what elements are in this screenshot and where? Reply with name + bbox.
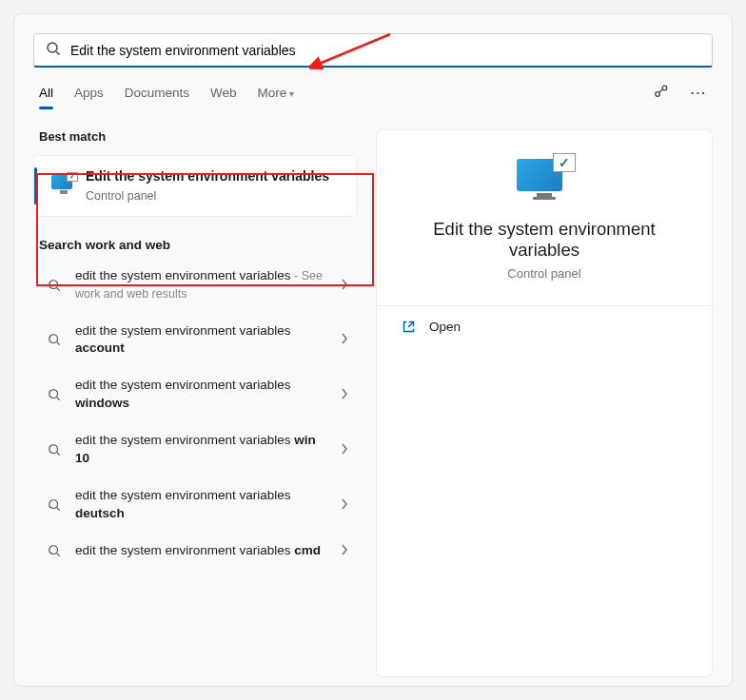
org-search-icon[interactable] [653, 83, 670, 112]
chevron-right-icon [340, 543, 349, 558]
search-icon [46, 41, 61, 59]
svg-point-8 [49, 390, 58, 399]
filter-tabs: All Apps Documents Web More▾ ··· [33, 68, 713, 112]
svg-point-14 [49, 546, 58, 554]
results-list: Best match ✓ Edit the system environment… [33, 129, 357, 677]
web-result[interactable]: edit the system environment variables wi… [33, 422, 357, 477]
svg-point-3 [662, 86, 667, 90]
search-icon [47, 279, 62, 292]
svg-line-15 [57, 554, 60, 556]
web-result-text: edit the system environment variables - … [75, 267, 326, 303]
detail-title: Edit the system environment variables [398, 219, 691, 261]
svg-line-5 [57, 287, 60, 290]
svg-point-6 [49, 335, 58, 343]
chevron-right-icon [340, 278, 349, 293]
best-match-title: Edit the system environment variables [86, 167, 346, 185]
web-result[interactable]: edit the system environment variables ac… [33, 313, 357, 368]
web-result-text: edit the system environment variables de… [75, 487, 326, 523]
svg-point-12 [49, 500, 58, 509]
tab-documents[interactable]: Documents [125, 86, 189, 109]
open-label: Open [429, 320, 461, 334]
svg-point-4 [49, 280, 58, 288]
search-icon [47, 333, 62, 346]
results-area: Best match ✓ Edit the system environment… [33, 129, 713, 677]
web-result-text: edit the system environment variables ac… [75, 322, 326, 359]
search-window: All Apps Documents Web More▾ ··· Best ma… [13, 13, 733, 687]
tab-all[interactable]: All [39, 86, 53, 109]
web-result[interactable]: edit the system environment variables - … [33, 258, 357, 313]
selection-indicator [34, 167, 37, 204]
best-match-subtitle: Control panel [86, 188, 346, 204]
best-match-result[interactable]: ✓ Edit the system environment variables … [33, 155, 357, 217]
tab-apps[interactable]: Apps [74, 86, 104, 109]
chevron-right-icon [340, 497, 349, 513]
search-icon [47, 443, 62, 457]
open-icon [402, 320, 416, 334]
chevron-right-icon [340, 332, 349, 347]
search-bar[interactable] [33, 33, 713, 68]
svg-point-0 [48, 43, 57, 52]
monitor-check-icon: ✓ [51, 175, 76, 196]
svg-point-2 [655, 92, 659, 97]
best-match-heading: Best match [39, 129, 357, 144]
web-result-text: edit the system environment variables wi… [75, 377, 326, 413]
svg-line-7 [57, 342, 60, 345]
chevron-right-icon [340, 387, 349, 402]
svg-line-9 [57, 398, 60, 400]
web-result[interactable]: edit the system environment variables de… [33, 477, 357, 533]
web-result-text: edit the system environment variables wi… [75, 432, 326, 468]
search-icon [47, 388, 62, 401]
detail-panel: ✓ Edit the system environment variables … [376, 129, 713, 677]
chevron-right-icon [340, 442, 349, 457]
detail-icon: ✓ [398, 159, 691, 200]
svg-point-10 [49, 445, 58, 454]
svg-line-1 [56, 51, 60, 55]
open-action[interactable]: Open [398, 306, 691, 347]
search-web-heading: Search work and web [39, 238, 357, 252]
search-input[interactable] [70, 43, 700, 58]
search-icon [47, 544, 62, 557]
svg-line-13 [57, 507, 60, 510]
search-icon [47, 498, 62, 512]
web-result-text: edit the system environment variables cm… [75, 542, 326, 560]
tab-web[interactable]: Web [210, 86, 237, 109]
svg-line-11 [57, 453, 60, 456]
tab-more[interactable]: More▾ [258, 86, 295, 109]
detail-subtitle: Control panel [398, 266, 691, 281]
web-result[interactable]: edit the system environment variables cm… [33, 533, 357, 570]
web-result[interactable]: edit the system environment variables wi… [33, 367, 357, 422]
more-options-icon[interactable]: ··· [691, 86, 707, 109]
